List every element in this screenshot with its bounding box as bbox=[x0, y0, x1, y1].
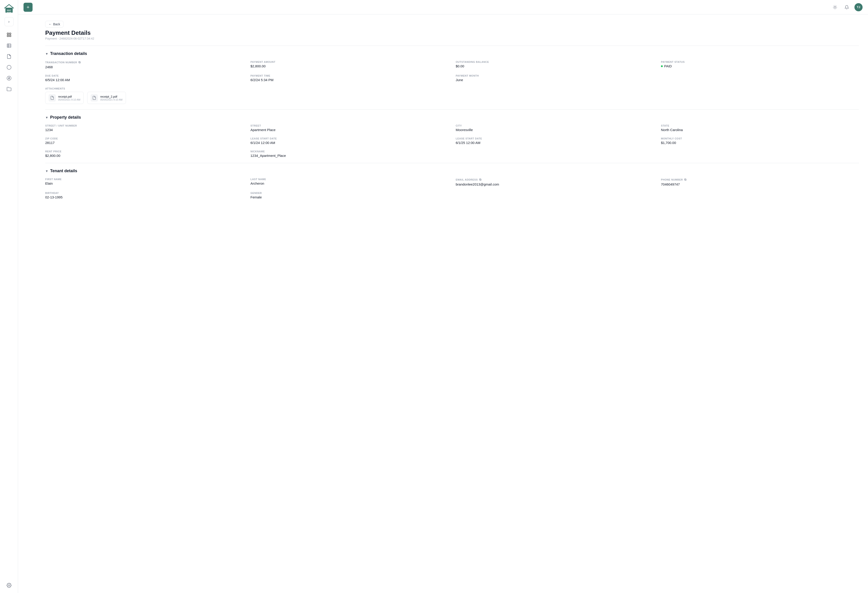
property-section-header[interactable]: ▼ Property details bbox=[45, 115, 859, 120]
field-gender: GENDER Female bbox=[251, 192, 449, 199]
attachments-row: receipt.pdf 05/05/2021 9:10 AM receipt_2… bbox=[45, 92, 859, 104]
svg-rect-6 bbox=[9, 35, 10, 37]
sidebar-bottom bbox=[4, 580, 14, 590]
zip-value: 28117 bbox=[45, 141, 243, 145]
svg-rect-7 bbox=[7, 44, 11, 48]
tenant-chevron-icon: ▼ bbox=[45, 169, 49, 173]
main-content: ← Back Payment Details Payment - 2468202… bbox=[36, 15, 868, 593]
street-unit-value: 1234 bbox=[45, 128, 243, 132]
attachment-1-date: 05/05/2021 9:10 AM bbox=[58, 98, 80, 101]
page-subtitle: Payment - 24682024-06-02T17:34:42 bbox=[45, 37, 859, 40]
email-value: brandonlee2013@gmail.com bbox=[456, 182, 654, 186]
tenant-section-header[interactable]: ▼ Tenant details bbox=[45, 168, 859, 173]
user-avatar[interactable]: TJ bbox=[855, 3, 862, 11]
field-monthly-cost: MONTHLY COST $1,700.00 bbox=[661, 137, 859, 145]
payment-time-value: 6/2/24 5:34 PM bbox=[251, 78, 449, 82]
copy-transaction-number-icon[interactable]: ⧉ bbox=[78, 60, 81, 64]
logo: RENT ROVER bbox=[3, 3, 15, 15]
sidebar-item-folders[interactable] bbox=[4, 84, 14, 94]
property-section: ▼ Property details STREET / UNIT NUMBER … bbox=[45, 109, 859, 163]
field-transaction-number: TRANSACTION NUMBER ⧉ 2468 bbox=[45, 60, 243, 69]
attachment-1-name: receipt.pdf bbox=[58, 95, 80, 98]
svg-text:ROVER: ROVER bbox=[7, 12, 11, 13]
lease-end-value: 6/1/25 12:00 AM bbox=[456, 141, 654, 145]
field-outstanding-balance: OUTSTANDING BALANCE $0.00 bbox=[456, 60, 654, 69]
field-payment-status: PAYMENT STATUS PAID bbox=[661, 60, 859, 69]
svg-line-21 bbox=[834, 8, 834, 9]
transaction-number-value: 2468 bbox=[45, 65, 243, 69]
attachment-receipt-2[interactable]: receipt_2.pdf 05/05/2021 9:10 AM bbox=[87, 92, 125, 104]
svg-point-13 bbox=[8, 585, 10, 586]
nickname-value: 1234_Apartment_Place bbox=[251, 154, 449, 158]
attachments-section: ATTACHMENTS receipt.pdf 05/05/2021 9:10 … bbox=[45, 87, 859, 104]
collapse-icon: › bbox=[8, 20, 9, 24]
theme-toggle-icon[interactable] bbox=[831, 3, 839, 11]
field-lease-end: LEASE START DATE 6/1/25 12:00 AM bbox=[456, 137, 654, 145]
svg-line-17 bbox=[834, 6, 834, 6]
attachment-pdf-icon-2 bbox=[91, 94, 98, 102]
sidebar: RENT ROVER › bbox=[0, 0, 18, 593]
state-value: North Carolina bbox=[661, 128, 859, 132]
notifications-icon[interactable] bbox=[843, 3, 851, 11]
topbar-right: TJ bbox=[831, 3, 862, 11]
transaction-fields-row1: TRANSACTION NUMBER ⧉ 2468 PAYMENT AMOUNT… bbox=[45, 60, 859, 69]
svg-rect-3 bbox=[7, 33, 8, 34]
field-payment-month: PAYMENT MONTH June bbox=[456, 74, 654, 82]
street-value: Apartment Place bbox=[251, 128, 449, 132]
field-birthday: BIRTHDAY 02-13-1995 bbox=[45, 192, 243, 199]
field-zip: ZIP CODE 28117 bbox=[45, 137, 243, 145]
back-arrow-icon: ← bbox=[49, 22, 52, 26]
topbar: + TJ bbox=[18, 0, 868, 15]
field-street-unit: STREET / UNIT NUMBER 1234 bbox=[45, 124, 243, 132]
property-fields-row2: ZIP CODE 28117 LEASE START DATE 6/1/24 1… bbox=[45, 137, 859, 145]
property-fields-row3: RENT PRICE $2,800.00 NICKNAME 1234_Apart… bbox=[45, 150, 859, 158]
birthday-value: 02-13-1995 bbox=[45, 195, 243, 199]
transaction-section: ▼ Transaction details TRANSACTION NUMBER… bbox=[45, 46, 859, 109]
page-header: ← Back Payment Details Payment - 2468202… bbox=[45, 21, 859, 40]
lease-start-value: 6/1/24 12:00 AM bbox=[251, 141, 449, 145]
field-state: STATE North Carolina bbox=[661, 124, 859, 132]
sidebar-item-payments[interactable] bbox=[4, 73, 14, 83]
tenant-fields-row2: BIRTHDAY 02-13-1995 GENDER Female bbox=[45, 192, 859, 199]
monthly-cost-value: $1,700.00 bbox=[661, 141, 859, 145]
svg-rect-5 bbox=[7, 35, 8, 37]
field-payment-time: PAYMENT TIME 6/2/24 5:34 PM bbox=[251, 74, 449, 82]
svg-rect-4 bbox=[9, 33, 10, 34]
sidebar-item-table[interactable] bbox=[4, 41, 14, 51]
gender-value: Female bbox=[251, 195, 449, 199]
attachment-receipt[interactable]: receipt.pdf 05/05/2021 9:10 AM bbox=[45, 92, 84, 104]
add-button[interactable]: + bbox=[24, 3, 32, 12]
copy-phone-icon[interactable]: ⧉ bbox=[684, 178, 686, 181]
sidebar-item-documents[interactable] bbox=[4, 52, 14, 62]
field-payment-amount: PAYMENT AMOUNT $2,800.00 bbox=[251, 60, 449, 69]
property-chevron-icon: ▼ bbox=[45, 116, 49, 119]
field-lease-start: LEASE START DATE 6/1/24 12:00 AM bbox=[251, 137, 449, 145]
field-due-date: DUE DATE 6/5/24 12:00 AM bbox=[45, 74, 243, 82]
field-rent-price: RENT PRICE $2,800.00 bbox=[45, 150, 243, 158]
sidebar-item-settings[interactable] bbox=[4, 580, 14, 590]
back-button[interactable]: ← Back bbox=[45, 21, 63, 28]
field-last-name: LAST NAME Archeron bbox=[251, 178, 449, 186]
payment-month-value: June bbox=[456, 78, 654, 82]
status-paid-dot bbox=[661, 65, 663, 67]
svg-point-14 bbox=[834, 6, 836, 8]
rent-price-value: $2,800.00 bbox=[45, 154, 243, 158]
sidebar-toggle-button[interactable]: › bbox=[4, 17, 13, 26]
field-city: CITY Mooresville bbox=[456, 124, 654, 132]
sidebar-item-announcements[interactable] bbox=[4, 62, 14, 72]
last-name-value: Archeron bbox=[251, 181, 449, 185]
tenant-section: ▼ Tenant details FIRST NAME Elain LAST N… bbox=[45, 163, 859, 205]
sidebar-item-dashboard[interactable] bbox=[4, 30, 14, 40]
transaction-chevron-icon: ▼ bbox=[45, 52, 49, 56]
copy-email-icon[interactable]: ⧉ bbox=[479, 178, 481, 181]
attachment-2-date: 05/05/2021 9:10 AM bbox=[100, 98, 122, 101]
field-nickname: NICKNAME 1234_Apartment_Place bbox=[251, 150, 449, 158]
outstanding-balance-value: $0.00 bbox=[456, 64, 654, 68]
transaction-fields-row2: DUE DATE 6/5/24 12:00 AM PAYMENT TIME 6/… bbox=[45, 74, 859, 82]
transaction-section-header[interactable]: ▼ Transaction details bbox=[45, 51, 859, 56]
page-title: Payment Details bbox=[45, 30, 859, 36]
due-date-value: 6/5/24 12:00 AM bbox=[45, 78, 243, 82]
svg-text:RENT: RENT bbox=[7, 9, 11, 11]
property-fields-row1: STREET / UNIT NUMBER 1234 STREET Apartme… bbox=[45, 124, 859, 132]
city-value: Mooresville bbox=[456, 128, 654, 132]
